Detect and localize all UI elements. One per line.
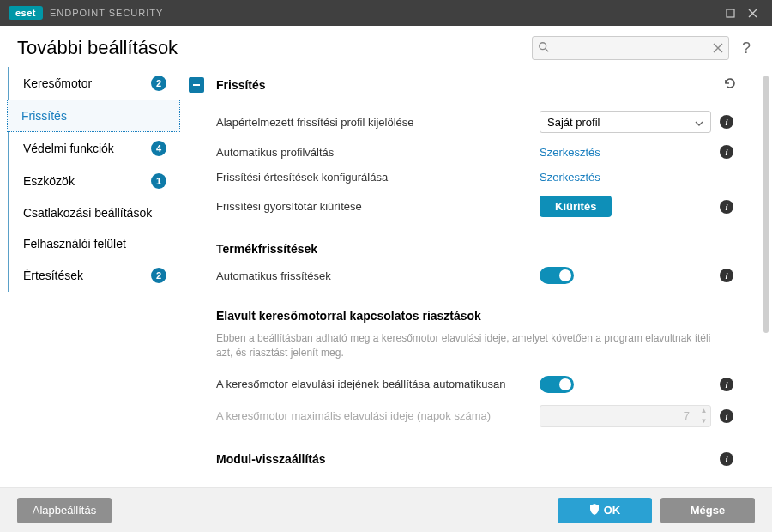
subsection-product-updates: Termékfrissítések — [189, 223, 738, 261]
row-auto-age: A keresőmotor elavulási idejének beállít… — [189, 370, 738, 399]
info-icon[interactable]: i — [720, 200, 733, 214]
spin-down-icon[interactable]: ▼ — [697, 416, 710, 426]
section-head-update: Frissítés — [189, 76, 738, 94]
cancel-button[interactable]: Mégse — [660, 498, 755, 523]
page-title: További beállítások — [17, 37, 532, 59]
clear-icon[interactable] — [713, 41, 723, 57]
undo-icon[interactable] — [722, 76, 738, 94]
row-label: A keresőmotor maximális elavulási ideje … — [216, 409, 540, 422]
row-label: Automatikus frissítések — [216, 269, 540, 282]
search-box[interactable] — [532, 36, 729, 60]
sidebar-item-csatlakozasi[interactable]: Csatlakozási beállítások — [7, 197, 180, 228]
edit-link[interactable]: Szerkesztés — [540, 146, 600, 159]
profile-select[interactable]: Saját profil — [540, 111, 711, 133]
sidebar-item-label: Keresőmotor — [23, 76, 146, 90]
product-name: ENDPOINT SECURITY — [50, 8, 163, 18]
row-label: Automatikus profilváltás — [216, 146, 540, 159]
subsection-label: Elavult keresőmotorral kapcsolatos riasz… — [216, 309, 481, 323]
sidebar-item-label: Védelmi funkciók — [23, 142, 146, 155]
sidebar-badge: 4 — [151, 141, 166, 156]
default-settings-button[interactable]: Alapbeállítás — [17, 498, 112, 523]
clear-cache-button[interactable]: Kiürítés — [540, 196, 612, 217]
sidebar-badge: 1 — [151, 173, 166, 189]
sidebar-badge: 2 — [151, 76, 166, 91]
info-icon[interactable]: i — [720, 452, 733, 466]
window-close-icon[interactable] — [741, 2, 763, 24]
sidebar-item-ertesitesek[interactable]: Értesítések 2 — [7, 259, 180, 292]
select-value: Saját profil — [547, 116, 600, 129]
sidebar-badge: 2 — [151, 268, 166, 283]
chevron-down-icon — [695, 116, 703, 129]
help-button[interactable]: ? — [738, 39, 755, 57]
row-label: A keresőmotor elavulási idejének beállít… — [216, 378, 540, 390]
search-icon — [538, 41, 550, 57]
sidebar: Keresőmotor 2 Frissítés Védelmi funkciók… — [0, 67, 180, 487]
spin-up-icon[interactable]: ▲ — [697, 406, 710, 416]
sidebar-item-label: Csatlakozási beállítások — [23, 206, 166, 220]
svg-rect-0 — [727, 9, 734, 17]
sidebar-item-label: Eszközök — [23, 174, 146, 188]
svg-line-2 — [546, 49, 549, 52]
info-icon[interactable]: i — [720, 145, 733, 159]
auto-updates-toggle[interactable] — [540, 267, 574, 284]
info-icon[interactable]: i — [720, 378, 733, 391]
row-max-age: A keresőmotor maximális elavulási ideje … — [189, 399, 738, 433]
subsection-rollback: Modul-visszaállítás i — [189, 433, 738, 471]
subsection-outdated-engine: Elavult keresőmotorral kapcsolatos riasz… — [189, 290, 738, 328]
row-cache-clear: Frissítési gyorsítótár kiürítése Kiüríté… — [189, 190, 738, 223]
subsection-label: Modul-visszaállítás — [216, 452, 326, 466]
svg-rect-3 — [193, 84, 200, 86]
row-auto-profile: Automatikus profilváltás Szerkesztés i — [189, 139, 738, 165]
sidebar-item-felhasznaloi[interactable]: Felhasználói felület — [7, 228, 180, 259]
max-age-input: 7 ▲ ▼ — [540, 405, 711, 427]
scrollbar[interactable] — [763, 76, 769, 333]
auto-age-toggle[interactable] — [540, 376, 574, 393]
max-age-value: 7 — [540, 409, 697, 422]
ok-label: OK — [604, 504, 621, 517]
sidebar-item-frissites[interactable]: Frissítés — [7, 100, 180, 132]
info-icon[interactable]: i — [720, 269, 733, 282]
svg-point-1 — [540, 43, 546, 50]
content-wrap: Frissítés Alapértelmezett frissítési pro… — [180, 67, 772, 487]
section-title: Frissítés — [216, 78, 722, 92]
brand-logo: eset — [9, 6, 43, 20]
row-default-profile: Alapértelmezett frissítési profil kijelö… — [189, 105, 738, 139]
outdated-description: Ebben a beállításban adható meg a kereső… — [189, 328, 738, 370]
titlebar: eset ENDPOINT SECURITY — [0, 0, 772, 26]
row-auto-updates: Automatikus frissítések i — [189, 261, 738, 290]
collapse-icon[interactable] — [189, 77, 204, 93]
sidebar-item-keresomotor[interactable]: Keresőmotor 2 — [7, 67, 180, 100]
subsection-label: Termékfrissítések — [216, 242, 317, 256]
edit-link[interactable]: Szerkesztés — [540, 171, 600, 184]
sidebar-item-vedelmi[interactable]: Védelmi funkciók 4 — [7, 132, 180, 165]
footer: Alapbeállítás OK Mégse — [0, 487, 772, 532]
row-notif-config: Frissítési értesítések konfigurálása Sze… — [189, 165, 738, 190]
sidebar-item-label: Értesítések — [23, 269, 146, 282]
ok-button[interactable]: OK — [558, 498, 652, 523]
row-label: Frissítési gyorsítótár kiürítése — [216, 200, 540, 213]
info-icon[interactable]: i — [720, 409, 733, 423]
sidebar-item-label: Frissítés — [21, 109, 166, 123]
spinner: ▲ ▼ — [697, 406, 710, 426]
header: További beállítások ? — [0, 26, 772, 67]
shield-icon — [589, 504, 600, 517]
window-maximize-icon[interactable] — [719, 2, 741, 24]
row-label: Frissítési értesítések konfigurálása — [216, 171, 540, 184]
content: Frissítés Alapértelmezett frissítési pro… — [180, 67, 762, 487]
main: Keresőmotor 2 Frissítés Védelmi funkciók… — [0, 67, 772, 487]
sidebar-item-eszkozok[interactable]: Eszközök 1 — [7, 165, 180, 197]
sidebar-item-label: Felhasználói felület — [23, 237, 166, 251]
info-icon[interactable]: i — [720, 115, 733, 129]
search-input[interactable] — [532, 36, 729, 60]
row-label: Alapértelmezett frissítési profil kijelö… — [216, 116, 540, 129]
